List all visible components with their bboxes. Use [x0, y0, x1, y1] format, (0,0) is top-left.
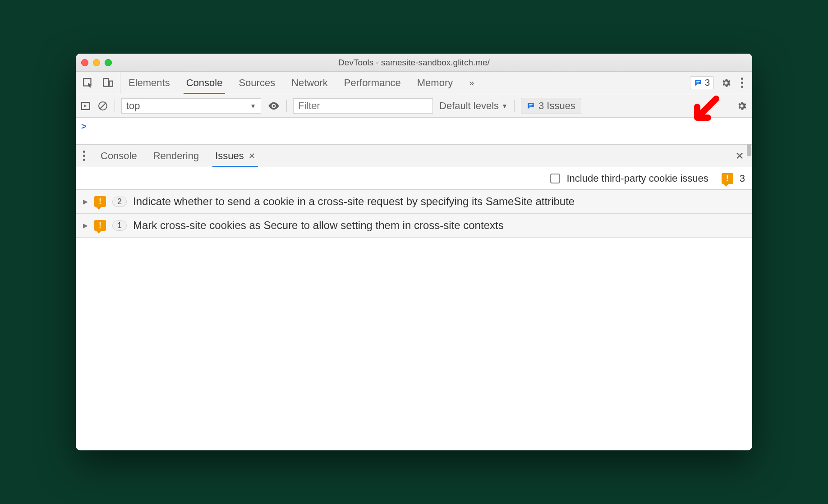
devtools-window: DevTools - samesite-sandbox.glitch.me/ E… — [76, 54, 752, 450]
close-tab-icon[interactable]: ✕ — [248, 151, 255, 161]
console-toolbar: top ▼ Default levels ▼ 3 Issues — [76, 94, 752, 118]
issue-count-badge: 1 — [112, 220, 127, 231]
issue-row[interactable]: ▶ ! 1 Mark cross-site cookies as Secure … — [76, 214, 752, 238]
include-third-party-checkbox[interactable] — [550, 174, 560, 183]
minimize-window-button[interactable] — [93, 59, 100, 66]
console-input-area[interactable]: > — [76, 118, 752, 145]
expand-triangle-icon[interactable]: ▶ — [83, 222, 88, 229]
issue-title: Indicate whether to send a cookie in a c… — [133, 195, 745, 208]
log-levels-select[interactable]: Default levels ▼ — [439, 100, 508, 112]
inspect-element-icon[interactable] — [82, 77, 94, 89]
issues-toolbar: Include third-party cookie issues ! 3 — [76, 167, 752, 190]
dropdown-triangle-icon: ▼ — [250, 102, 256, 110]
more-menu-icon[interactable] — [738, 78, 746, 88]
open-issues-button[interactable]: 3 Issues — [521, 98, 581, 114]
more-tabs-chevron-icon[interactable]: » — [461, 72, 480, 94]
console-settings-gear-icon[interactable] — [736, 100, 748, 112]
console-prompt-icon: > — [81, 121, 87, 132]
tab-elements[interactable]: Elements — [120, 72, 178, 94]
expand-triangle-icon[interactable]: ▶ — [83, 198, 88, 205]
issues-count: 3 — [705, 78, 710, 88]
issues-total-count: 3 — [740, 173, 745, 184]
context-value: top — [126, 100, 140, 112]
issue-row[interactable]: ▶ ! 2 Indicate whether to send a cookie … — [76, 190, 752, 214]
dropdown-triangle-icon: ▼ — [501, 102, 508, 110]
tab-performance[interactable]: Performance — [336, 72, 409, 94]
context-select[interactable]: top ▼ — [121, 98, 261, 114]
svg-rect-1 — [103, 78, 108, 86]
svg-rect-2 — [109, 81, 113, 86]
issues-indicator-button[interactable]: 3 — [690, 76, 714, 89]
settings-gear-icon[interactable] — [720, 77, 732, 89]
toggle-sidebar-icon[interactable] — [80, 101, 91, 111]
inspect-toggle-group — [76, 72, 120, 94]
issue-warning-icon: ! — [94, 196, 106, 207]
live-expression-eye-icon[interactable] — [267, 100, 280, 112]
issue-title: Mark cross-site cookies as Secure to all… — [133, 219, 745, 232]
scrollbar-thumb[interactable] — [747, 144, 751, 156]
titlebar: DevTools - samesite-sandbox.glitch.me/ — [76, 54, 752, 72]
svg-point-8 — [273, 105, 275, 107]
svg-rect-4 — [696, 82, 699, 83]
issue-warning-icon: ! — [94, 220, 106, 231]
issues-warning-icon: ! — [722, 173, 733, 184]
tab-network[interactable]: Network — [283, 72, 336, 94]
issue-count-badge: 2 — [112, 197, 127, 207]
drawer-more-menu-icon[interactable] — [76, 151, 92, 161]
drawer-tab-console[interactable]: Console — [92, 145, 145, 167]
svg-rect-10 — [529, 105, 531, 106]
device-toggle-icon[interactable] — [102, 77, 114, 89]
zoom-window-button[interactable] — [105, 59, 112, 66]
svg-rect-9 — [529, 104, 533, 105]
issues-chat-icon — [527, 102, 535, 110]
tab-sources[interactable]: Sources — [230, 72, 283, 94]
tab-memory[interactable]: Memory — [409, 72, 461, 94]
drawer-tabbar: Console Rendering Issues ✕ ✕ — [76, 145, 752, 167]
traffic-lights — [81, 59, 112, 66]
main-tabbar: Elements Console Sources Network Perform… — [76, 72, 752, 94]
drawer-tab-issues[interactable]: Issues ✕ — [207, 145, 263, 167]
clear-console-icon[interactable] — [97, 101, 108, 111]
include-third-party-label: Include third-party cookie issues — [566, 173, 708, 184]
svg-rect-3 — [696, 81, 700, 82]
issues-chat-icon — [694, 79, 702, 87]
filter-input[interactable] — [293, 98, 433, 114]
svg-line-7 — [100, 103, 106, 109]
window-title: DevTools - samesite-sandbox.glitch.me/ — [76, 58, 752, 68]
tab-console[interactable]: Console — [178, 72, 231, 94]
close-window-button[interactable] — [81, 59, 88, 66]
drawer-tab-rendering[interactable]: Rendering — [145, 145, 207, 167]
